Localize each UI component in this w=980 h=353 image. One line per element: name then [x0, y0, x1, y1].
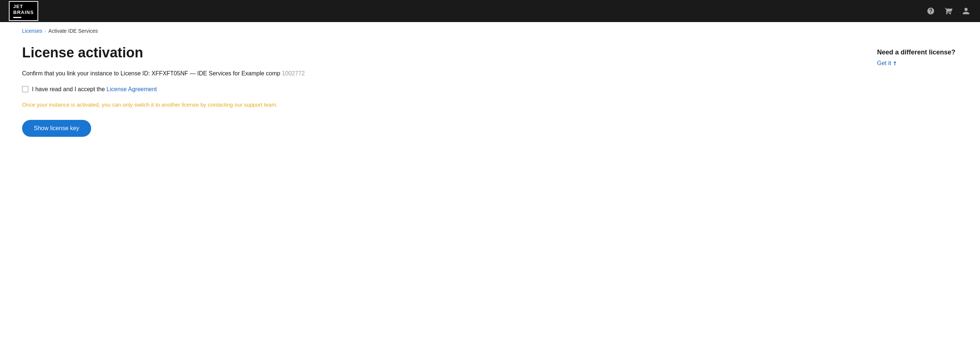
logo-underline: [13, 17, 21, 18]
page-title: License activation: [22, 45, 305, 61]
license-number: 1002772: [282, 70, 305, 76]
cart-icon[interactable]: [943, 6, 953, 16]
help-icon[interactable]: [926, 6, 936, 16]
license-agreement-checkbox[interactable]: [22, 86, 28, 92]
show-license-key-button[interactable]: Show license key: [22, 120, 91, 137]
get-it-link[interactable]: Get it ↗: [877, 60, 958, 67]
checkbox-row: I have read and I accept the License Agr…: [22, 86, 305, 93]
left-section: License activation Confirm that you link…: [22, 45, 305, 137]
need-different-license-title: Need a different license?: [877, 49, 958, 56]
logo-text-jet: JET: [13, 4, 23, 9]
breadcrumb-licenses-link[interactable]: Licenses: [22, 28, 42, 34]
get-it-label: Get it: [877, 60, 891, 67]
logo-text-brains: BRAINS: [13, 10, 34, 15]
breadcrumb-separator: ›: [45, 28, 46, 34]
logo: JET BRAINS: [9, 1, 38, 21]
warning-text: Once your instance is activated, you can…: [22, 101, 287, 109]
right-section: Need a different license? Get it ↗: [877, 45, 958, 67]
navbar: JET BRAINS: [0, 0, 980, 22]
external-link-icon: ↗: [891, 60, 898, 67]
breadcrumb: Licenses › Activate IDE Services: [0, 22, 980, 38]
main-content: License activation Confirm that you link…: [0, 38, 980, 151]
license-agreement-link[interactable]: License Agreement: [107, 86, 157, 92]
confirm-text: Confirm that you link your instance to L…: [22, 69, 305, 78]
checkbox-label: I have read and I accept the License Agr…: [32, 86, 157, 93]
logo-box: JET BRAINS: [9, 1, 38, 21]
navbar-icons: [926, 6, 971, 16]
confirm-text-prefix: Confirm that you link your instance to L…: [22, 70, 280, 76]
checkbox-label-prefix: I have read and I accept the: [32, 86, 105, 92]
breadcrumb-current-page: Activate IDE Services: [49, 28, 98, 34]
user-icon[interactable]: [961, 6, 971, 16]
